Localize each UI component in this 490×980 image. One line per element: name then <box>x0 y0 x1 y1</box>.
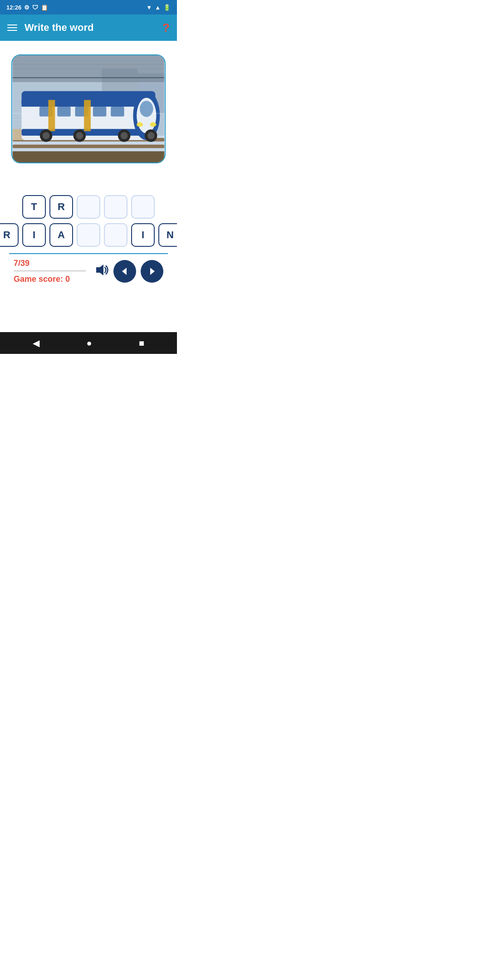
tile-1-2[interactable]: R <box>49 195 73 219</box>
main-content: T R R I A I N 7/39 Game score: 0 <box>0 41 177 332</box>
nav-back-button[interactable]: ◀ <box>24 334 49 352</box>
svg-rect-7 <box>13 145 164 148</box>
progress-bar-fill <box>14 270 27 272</box>
progress-bar-container <box>14 270 86 272</box>
divider <box>9 253 168 254</box>
signal-icon: ▲ <box>155 4 161 11</box>
shield-icon: 🛡 <box>32 4 38 11</box>
help-button[interactable]: ? <box>162 21 170 35</box>
nav-home-button[interactable]: ● <box>77 334 101 352</box>
tile-1-4[interactable] <box>104 195 127 219</box>
menu-button[interactable] <box>7 24 17 31</box>
svg-rect-25 <box>84 100 91 131</box>
svg-rect-23 <box>111 107 124 117</box>
tile-1-5[interactable] <box>131 195 155 219</box>
svg-point-17 <box>137 122 143 127</box>
score-section: 7/39 Game score: 0 <box>14 259 86 284</box>
tiles-area: T R R I A I N <box>9 195 168 247</box>
status-time: 12:26 <box>6 4 21 11</box>
bottom-row: 7/39 Game score: 0 <box>9 259 168 284</box>
tile-2-1[interactable]: R <box>0 223 19 247</box>
status-bar: 12:26 ⚙ 🛡 📋 ▼ ▲ 🔋 <box>0 0 177 15</box>
nav-bar: ◀ ● ■ <box>0 332 177 354</box>
svg-point-18 <box>150 122 157 127</box>
svg-rect-24 <box>49 100 55 131</box>
svg-rect-8 <box>13 151 164 162</box>
tile-2-7[interactable]: N <box>158 223 177 247</box>
battery-icon: 🔋 <box>163 4 171 11</box>
next-button[interactable] <box>141 260 163 283</box>
tile-2-6[interactable]: I <box>131 223 155 247</box>
progress-count: 7/39 <box>14 259 29 268</box>
svg-rect-20 <box>57 107 71 117</box>
tile-1-1[interactable]: T <box>22 195 46 219</box>
tile-1-3[interactable] <box>77 195 100 219</box>
svg-rect-22 <box>93 107 107 117</box>
tile-2-3[interactable]: A <box>49 223 73 247</box>
game-score: Game score: 0 <box>14 274 70 284</box>
page-title: Write the word <box>24 22 162 34</box>
prev-button[interactable] <box>113 260 136 283</box>
svg-point-27 <box>43 132 50 139</box>
app-bar: Write the word ? <box>0 15 177 41</box>
word-image <box>11 54 166 163</box>
nav-recent-button[interactable]: ■ <box>130 334 153 352</box>
tile-2-5[interactable] <box>104 223 127 247</box>
tile-2-2[interactable]: I <box>22 223 46 247</box>
controls-section <box>94 260 163 283</box>
svg-marker-41 <box>150 268 155 275</box>
settings-icon: ⚙ <box>24 4 29 11</box>
svg-point-31 <box>121 132 128 139</box>
sound-button[interactable] <box>94 263 109 280</box>
svg-point-29 <box>76 132 83 139</box>
letter-row-1: T R <box>22 195 155 219</box>
svg-point-33 <box>147 132 155 139</box>
svg-marker-40 <box>122 268 127 275</box>
letter-row-2: R I A I N <box>0 223 177 247</box>
clipboard-icon: 📋 <box>41 4 48 11</box>
wifi-icon: ▼ <box>146 4 152 11</box>
svg-marker-39 <box>96 265 103 275</box>
svg-point-16 <box>140 101 153 117</box>
tile-2-4[interactable] <box>77 223 100 247</box>
